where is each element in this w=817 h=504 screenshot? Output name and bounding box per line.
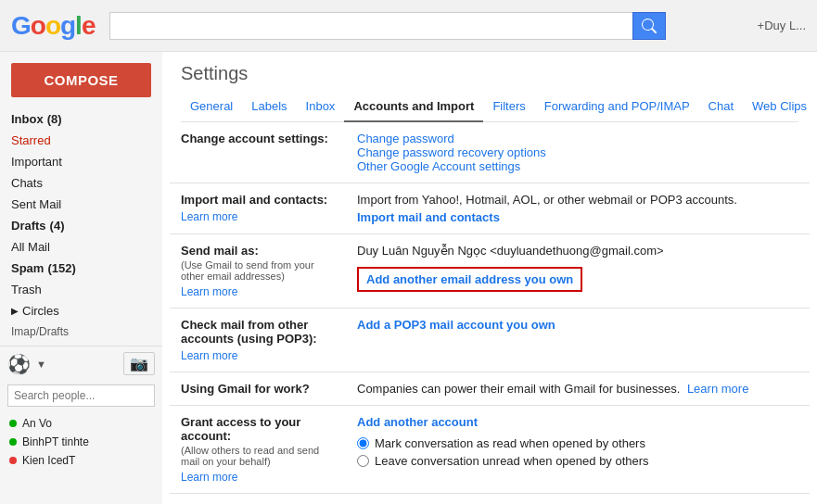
tab-chat[interactable]: Chat [699, 92, 743, 122]
contact-name: Kien IcedT [22, 454, 75, 467]
logo-l: l [75, 11, 82, 40]
important-label: Important [11, 155, 62, 169]
settings-row-work: Using Gmail for work? Companies can powe… [170, 372, 810, 406]
search-input[interactable] [109, 12, 632, 40]
radio-mark-read[interactable]: Mark conversation as read when opened by… [357, 436, 798, 450]
search-bar [109, 12, 666, 40]
import-desc: Import from Yahoo!, Hotmail, AOL, or oth… [357, 193, 737, 207]
tab-general[interactable]: General [181, 92, 242, 122]
radio-mark-read-label: Mark conversation as read when opened by… [375, 436, 645, 450]
sidebar-item-inbox[interactable]: Inbox (8) [0, 108, 162, 130]
pop3-label: Check mail from other accounts (using PO… [181, 318, 317, 346]
settings-content: Change account settings: Change password… [162, 122, 817, 494]
radio-leave-unread-input[interactable] [357, 455, 369, 467]
add-pop3-link[interactable]: Add a POP3 mail account you own [357, 318, 555, 332]
grant-sublabel: (Allow others to read and send mail on y… [181, 445, 335, 467]
pop3-learn-more-link[interactable]: Learn more [181, 349, 237, 362]
spam-label: Spam [11, 261, 44, 275]
contact-name: BinhPT tinhte [22, 435, 89, 448]
tab-webclips[interactable]: Web Clips [743, 92, 816, 122]
tab-filters[interactable]: Filters [483, 92, 534, 122]
row-content-pop3: Add a POP3 mail account you own [346, 309, 810, 372]
sidebar-item-spam[interactable]: Spam (152) [0, 258, 162, 279]
add-account-link[interactable]: Add another account [357, 415, 478, 429]
row-content-grant: Add another account Mark conversation as… [346, 406, 810, 494]
sidebar-item-important[interactable]: Important [0, 151, 162, 172]
sendmail-label: Send mail as: [181, 244, 259, 258]
tab-forwarding[interactable]: Forwarding and POP/IMAP [535, 92, 699, 122]
compose-button[interactable]: COMPOSE [11, 63, 151, 97]
search-people-container [7, 384, 155, 407]
sidebar-item-chats[interactable]: Chats [0, 172, 162, 194]
send-mail-email: Duy Luân Nguyễn Ngọc <duyluandethuong@gm… [357, 244, 798, 258]
logo-g1: G [11, 11, 31, 40]
status-icon: ⚽ [7, 353, 31, 375]
tab-labels[interactable]: Labels [242, 92, 296, 122]
import-contacts-link[interactable]: Import mail and contacts [357, 210, 500, 224]
logo-g2: g [60, 11, 75, 40]
change-password-link[interactable]: Change password [357, 132, 454, 145]
sendmail-sublabel: (Use Gmail to send from your other email… [181, 259, 335, 282]
tab-inbox[interactable]: Inbox [297, 92, 345, 122]
settings-title: Settings [181, 63, 798, 84]
contact-item[interactable]: An Vo [0, 414, 162, 433]
settings-row-sendmail: Send mail as: (Use Gmail to send from yo… [170, 234, 810, 309]
settings-row-account: Change account settings: Change password… [170, 122, 810, 183]
grant-learn-more-link[interactable]: Learn more [181, 471, 237, 484]
sidebar-item-circles[interactable]: ▶ Circles [0, 300, 162, 321]
google-logo: Google [11, 11, 95, 41]
logo-o2: o [45, 11, 60, 40]
work-desc: Companies can power their email with Gma… [357, 382, 680, 396]
import-learn-more-link[interactable]: Learn more [181, 210, 237, 223]
change-recovery-link[interactable]: Change password recovery options [357, 145, 546, 159]
settings-row-grant: Grant access to your account: (Allow oth… [170, 406, 810, 494]
spam-count: (152) [47, 261, 75, 275]
contact-item[interactable]: BinhPT tinhte [0, 433, 162, 451]
circles-label-text: Circles [22, 304, 59, 318]
import-label: Import mail and contacts: [181, 193, 327, 207]
search-button[interactable] [632, 12, 666, 40]
settings-table: Change account settings: Change password… [170, 122, 810, 494]
row-label-sendmail: Send mail as: (Use Gmail to send from yo… [170, 234, 346, 309]
sendmail-learn-more-link[interactable]: Learn more [181, 285, 237, 298]
logo-e: e [82, 11, 96, 40]
work-learn-more-link[interactable]: Learn more [687, 382, 748, 396]
row-content-work: Companies can power their email with Gma… [346, 372, 810, 406]
search-people-input[interactable] [7, 384, 155, 407]
settings-tabs: General Labels Inbox Accounts and Import… [181, 92, 798, 122]
radio-mark-read-input[interactable] [357, 437, 369, 449]
main-layout: COMPOSE Inbox (8) Starred Important Chat… [0, 52, 817, 504]
row-content-account: Change password Change password recovery… [346, 122, 810, 183]
sidebar-item-drafts[interactable]: Drafts (4) [0, 215, 162, 236]
row-label-account: Change account settings: [170, 122, 346, 183]
contact-name: An Vo [22, 417, 52, 430]
circles-arrow-icon: ▶ [11, 306, 19, 316]
contact-status-dot [9, 438, 17, 446]
logo-o1: o [31, 11, 45, 40]
row-label-pop3: Check mail from other accounts (using PO… [170, 309, 346, 372]
tab-accounts-import[interactable]: Accounts and Import [344, 92, 483, 122]
contacts-list: An Vo BinhPT tinhte Kien IcedT [0, 410, 162, 473]
sidebar-item-starred[interactable]: Starred [0, 130, 162, 151]
row-label-import: Import mail and contacts: Learn more [170, 183, 346, 234]
sidebar-item-sent[interactable]: Sent Mail [0, 194, 162, 215]
settings-header: Settings General Labels Inbox Accounts a… [162, 52, 817, 122]
add-email-button[interactable]: Add another email address you own [357, 267, 582, 292]
google-account-link[interactable]: Other Google Account settings [357, 159, 520, 173]
radio-leave-unread[interactable]: Leave conversation unread when opened by… [357, 454, 798, 468]
sidebar-item-all[interactable]: All Mail [0, 236, 162, 258]
inbox-label: Inbox [11, 112, 44, 126]
contact-item[interactable]: Kien IcedT [0, 451, 162, 470]
settings-row-pop3: Check mail from other accounts (using PO… [170, 309, 810, 372]
sidebar-item-imap[interactable]: Imap/Drafts [0, 321, 162, 342]
user-info[interactable]: +Duy L... [758, 19, 806, 32]
sent-label: Sent Mail [11, 197, 61, 211]
video-icon[interactable]: 📷 [123, 352, 155, 375]
inbox-count: (8) [47, 112, 62, 126]
status-dropdown[interactable]: ▼ [36, 359, 46, 370]
contact-status-dot [9, 420, 17, 427]
sidebar-item-trash[interactable]: Trash [0, 279, 162, 300]
grant-label: Grant access to your account: [181, 415, 300, 443]
row-label-work: Using Gmail for work? [170, 372, 346, 406]
all-label: All Mail [11, 240, 50, 254]
